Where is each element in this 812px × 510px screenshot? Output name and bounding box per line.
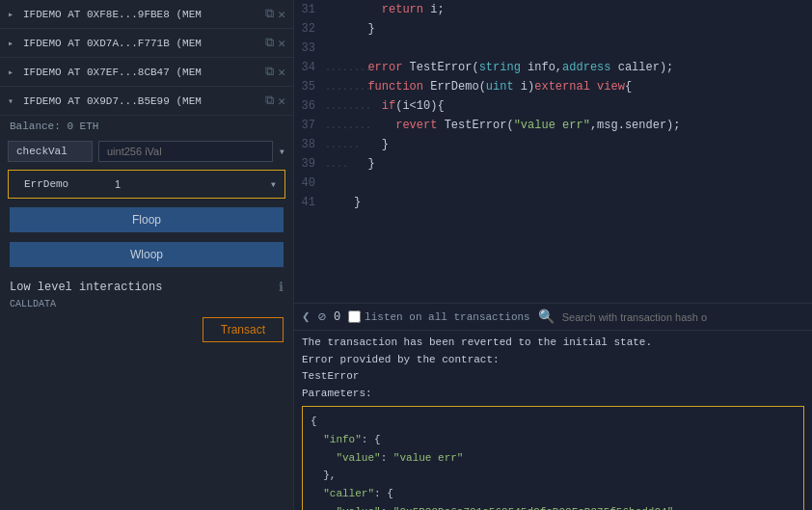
code-line: 34........ error TestError(string info,a… <box>294 58 812 77</box>
line-dots: ........ <box>325 121 354 131</box>
copy-icon[interactable]: ⧉ <box>265 94 274 108</box>
line-number: 36 <box>294 99 325 113</box>
line-code: error TestError(string info,address call… <box>354 61 812 74</box>
line-number: 39 <box>294 157 325 171</box>
close-icon[interactable]: ✕ <box>278 36 285 51</box>
wloop-button[interactable]: Wloop <box>10 242 284 267</box>
line-dots: ........ <box>325 101 354 112</box>
search-icon[interactable]: 🔍 <box>538 309 555 325</box>
console-area: ❮ ⊘ 0 listen on all transactions 🔍 The t… <box>294 303 812 510</box>
line-number: 34 <box>294 61 325 74</box>
line-number: 33 <box>294 41 325 55</box>
copy-icon[interactable]: ⧉ <box>265 36 274 50</box>
contract-label: IFDEMO AT 0XD7A...F771B (MEM <box>23 38 261 49</box>
errdemo-label: ErrDemo <box>16 174 101 194</box>
code-line: 32 } <box>294 19 812 39</box>
line-number: 40 <box>294 176 325 190</box>
contract-error-label: Error provided by the contract: <box>302 352 804 369</box>
balance-row: Balance: 0 ETH <box>0 116 293 137</box>
error-type: TestError <box>302 368 804 386</box>
console-output: The transaction has been reverted to the… <box>294 331 812 510</box>
parameters-label: Parameters: <box>302 386 804 403</box>
console-toolbar: ❮ ⊘ 0 listen on all transactions 🔍 <box>294 304 812 331</box>
errdemo-chevron-icon[interactable]: ▾ <box>270 177 277 192</box>
contract-label: IFDEMO AT 0X9D7...B5E99 (MEM <box>23 95 261 107</box>
line-number: 38 <box>294 138 325 151</box>
checkval-chevron-icon[interactable]: ▾ <box>279 145 285 159</box>
contract-chevron-icon[interactable]: ▾ <box>8 95 19 107</box>
contract-item: ▸ IFDEMO AT 0XD7A...F771B (MEM ⧉ ✕ <box>0 29 293 58</box>
code-line: 41} <box>294 193 812 212</box>
contract-item: ▸ IFDEMO AT 0X7EF...8CB47 (MEM ⧉ ✕ <box>0 58 293 87</box>
error-box: { "info": { "value": "value err" }, "cal… <box>302 406 804 510</box>
code-line: 37........ revert TestError("value err",… <box>294 116 812 135</box>
search-input[interactable] <box>562 311 804 323</box>
error-box-line: "info": { <box>311 431 796 449</box>
wloop-row: Wloop <box>0 237 293 272</box>
line-number: 35 <box>294 80 325 94</box>
error-box-line: "value": "value err" <box>311 449 796 468</box>
tx-count: 0 <box>334 310 340 324</box>
contract-chevron-icon[interactable]: ▸ <box>8 38 19 49</box>
errdemo-row: ErrDemo ▾ <box>8 170 285 199</box>
code-line: 40 <box>294 174 812 193</box>
low-level-header: Low level interactions ℹ <box>0 272 293 297</box>
close-icon[interactable]: ✕ <box>278 94 285 109</box>
line-number: 41 <box>294 196 325 209</box>
code-line: 33 <box>294 39 812 58</box>
line-code: } <box>354 196 812 209</box>
floop-row: Floop <box>0 202 293 237</box>
copy-icon[interactable]: ⧉ <box>265 65 274 79</box>
contract-label: IFDEMO AT 0XF8E...9FBE8 (MEM <box>23 9 261 20</box>
line-code: if(i<10){ <box>354 99 812 113</box>
calldata-label: CALLDATA <box>0 297 293 313</box>
console-down-arrow-icon[interactable]: ❮ <box>302 309 310 325</box>
transact-button[interactable]: Transact <box>203 317 284 342</box>
line-dots: ........ <box>325 63 354 73</box>
right-panel: 31 return i;32 }3334........ error TestE… <box>294 0 812 510</box>
line-dots: .... <box>325 159 354 170</box>
listen-checkbox[interactable] <box>348 310 361 323</box>
code-line: 35........ function ErrDemo(uint i)exter… <box>294 77 812 96</box>
contract-item: ▾ IFDEMO AT 0X9D7...B5E99 (MEM ⧉ ✕ <box>0 87 293 116</box>
line-code: } <box>354 22 812 36</box>
error-box-line: "caller": { <box>311 485 796 503</box>
code-area: 31 return i;32 }3334........ error TestE… <box>294 0 812 303</box>
listen-label: listen on all transactions <box>365 311 530 323</box>
low-level-title: Low level interactions <box>10 281 273 294</box>
line-code: return i; <box>354 3 812 16</box>
line-code: } <box>354 157 812 171</box>
line-number: 31 <box>294 3 325 16</box>
listen-check-row: listen on all transactions <box>348 310 530 323</box>
code-line: 39.... } <box>294 154 812 174</box>
error-box-line: "value": "0x5B38Da6a701c568545dCfcB03FcB… <box>311 503 796 510</box>
balance-text: Balance: 0 ETH <box>10 121 98 132</box>
error-box-line: { <box>311 413 796 431</box>
contract-chevron-icon[interactable]: ▸ <box>8 67 19 78</box>
close-icon[interactable]: ✕ <box>278 65 285 80</box>
close-icon[interactable]: ✕ <box>278 7 285 22</box>
contract-item: ▸ IFDEMO AT 0XF8E...9FBE8 (MEM ⧉ ✕ <box>0 0 293 29</box>
line-code: } <box>354 138 812 151</box>
contract-chevron-icon[interactable]: ▸ <box>8 9 19 20</box>
code-line: 36........ if(i<10){ <box>294 96 812 116</box>
checkval-name: checkVal <box>8 141 93 162</box>
stop-icon[interactable]: ⊘ <box>317 309 325 325</box>
line-dots: ........ <box>325 82 354 93</box>
error-msg: The transaction has been reverted to the… <box>302 335 804 352</box>
code-line: 38...... } <box>294 135 812 154</box>
line-number: 37 <box>294 119 325 132</box>
floop-button[interactable]: Floop <box>10 207 284 232</box>
contract-label: IFDEMO AT 0X7EF...8CB47 (MEM <box>23 67 261 78</box>
errdemo-input[interactable] <box>107 174 264 194</box>
info-icon: ℹ <box>279 280 284 295</box>
checkval-row: checkVal ▾ <box>0 137 293 166</box>
error-box-line: }, <box>311 467 796 485</box>
line-code: revert TestError("value err",msg.sender)… <box>354 119 812 132</box>
left-panel: ▸ IFDEMO AT 0XF8E...9FBE8 (MEM ⧉ ✕ ▸ IFD… <box>0 0 294 510</box>
checkval-input[interactable] <box>98 141 273 162</box>
copy-icon[interactable]: ⧉ <box>265 7 274 21</box>
line-dots: ...... <box>325 140 354 150</box>
transact-row: Transact <box>0 313 293 346</box>
code-line: 31 return i; <box>294 0 812 19</box>
